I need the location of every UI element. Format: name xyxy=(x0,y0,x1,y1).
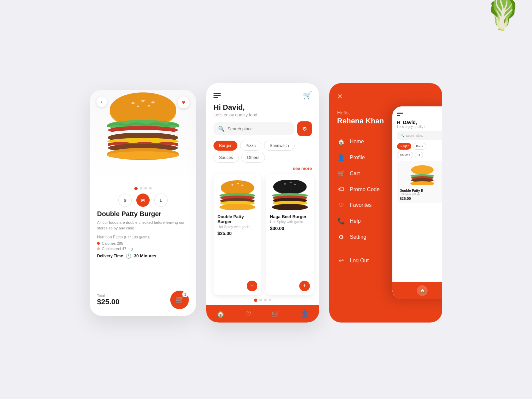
svg-point-18 xyxy=(231,184,233,186)
svg-point-30 xyxy=(294,184,296,185)
food-image-2 xyxy=(270,178,310,211)
product-description: All our foods are double checked before … xyxy=(97,220,189,231)
size-large[interactable]: L xyxy=(154,194,168,207)
menu-item-profile[interactable]: 👤 Profile xyxy=(337,151,394,165)
cholesterol-item: Cholesterol 47 mg xyxy=(97,247,189,251)
greeting-section: Hi David, Let's enjoy quality food xyxy=(206,103,319,121)
s2-header: 🛒 xyxy=(206,83,319,103)
screens-container: ‹ ♥ xyxy=(0,0,532,399)
greeting-main: Hi David, xyxy=(213,103,312,112)
svg-point-4 xyxy=(151,101,155,103)
menu-hello: Hello, xyxy=(337,110,394,115)
screen3-side-menu: ✕ Hello, Rehena Khan 🏠 Home 👤 Profile 🛒 … xyxy=(329,83,442,323)
inner-phone-preview: Hi David, Let's enjoy quality f 🔍 Search… xyxy=(392,106,442,299)
add-to-cart-button[interactable]: 🛒 1 xyxy=(170,291,189,309)
promo-menu-label: Promo Code xyxy=(350,187,380,193)
burger-svg xyxy=(100,90,186,163)
nav-profile-button[interactable]: 👤 xyxy=(301,310,309,318)
svg-point-6 xyxy=(148,105,150,107)
dot-4 xyxy=(149,187,152,190)
filter-button[interactable]: ⚙ xyxy=(297,121,312,136)
size-medium[interactable]: M xyxy=(136,194,150,207)
svg-point-27 xyxy=(273,180,307,194)
inner-greeting-main: Hi David, xyxy=(397,120,442,125)
logout-menu-label: Log Out xyxy=(350,258,369,264)
search-icon: 🔍 xyxy=(218,126,225,132)
category-burger[interactable]: Burger xyxy=(213,141,237,151)
inner-search-text: Search place xyxy=(406,134,424,137)
cart-header-button[interactable]: 🛒 xyxy=(303,91,312,100)
category-sandwitch[interactable]: Sandwitch xyxy=(264,141,295,151)
dot-1 xyxy=(134,187,138,190)
nav-home-button[interactable]: 🏠 xyxy=(216,310,225,318)
food-grid: Double Patty Burger Hot Spicy with garli… xyxy=(206,174,319,295)
home-menu-icon: 🏠 xyxy=(337,138,345,145)
back-button[interactable]: ‹ xyxy=(96,96,107,107)
total-section: Total $25.00 xyxy=(97,294,119,306)
close-menu-button[interactable]: ✕ xyxy=(337,92,347,100)
dot-2 xyxy=(140,187,142,190)
inner-home-button: 🏠 xyxy=(417,285,428,296)
menu-item-home[interactable]: 🏠 Home xyxy=(337,135,394,149)
cart-menu-label: Cart xyxy=(350,171,360,177)
menu-item-promo[interactable]: 🏷 Promo Code xyxy=(337,183,394,196)
search-input[interactable] xyxy=(227,126,289,131)
page-dots xyxy=(206,295,319,305)
inner-food-image xyxy=(400,164,442,187)
delivery-label: Delivery Time xyxy=(97,254,123,258)
menu-toggle-button[interactable] xyxy=(213,93,221,98)
bottom-navigation: 🏠 ♡ 🛒 👤 xyxy=(206,305,319,323)
inner-bottom-nav: 🏠 xyxy=(392,282,442,299)
logout-menu-icon: ↩ xyxy=(337,257,345,264)
inner-chip-sauces: Sauces xyxy=(397,152,413,158)
menu-item-help[interactable]: 📞 Help xyxy=(337,214,394,228)
page-dot-4 xyxy=(269,299,271,301)
category-others[interactable]: Others xyxy=(241,153,265,163)
inner-hamburger xyxy=(397,112,442,116)
inner-header xyxy=(392,106,442,118)
food-card-1: Double Patty Burger Hot Spicy with garli… xyxy=(213,174,261,295)
favorite-button[interactable]: ♥ xyxy=(178,96,190,108)
category-pizza[interactable]: Pizza xyxy=(240,141,262,151)
menu-divider xyxy=(337,249,394,249)
menu-item-setting[interactable]: ⚙ Setting xyxy=(337,230,394,244)
inner-chip-o: O xyxy=(415,152,423,158)
search-section: 🔍 ⚙ xyxy=(206,121,319,141)
delivery-time: 30 Minutes xyxy=(134,253,156,258)
inner-food-name: Double Patty B xyxy=(400,189,442,193)
add-food-2-button[interactable]: + xyxy=(299,281,310,291)
favorites-menu-label: Favorites xyxy=(350,202,372,208)
svg-point-36 xyxy=(411,165,434,175)
add-food-1-button[interactable]: + xyxy=(247,281,257,291)
menu-item-favorites[interactable]: ♡ Favorites xyxy=(337,198,394,212)
nutrition-label: Nutrition Facts (Per 100 grams) xyxy=(97,235,189,239)
setting-menu-label: Setting xyxy=(350,234,366,240)
screen1-product-detail: ‹ ♥ xyxy=(90,90,196,316)
food-name-2: Naga Beef Burger xyxy=(270,214,310,219)
see-more-link[interactable]: see more xyxy=(293,166,312,171)
menu-username: Rehena Khan xyxy=(337,117,394,125)
menu-items-list: 🏠 Home 👤 Profile 🛒 Cart 🏷 Promo Code ♡ xyxy=(337,135,394,313)
search-box[interactable]: 🔍 xyxy=(213,122,294,135)
inner-greeting-sub: Let's enjoy quality f xyxy=(397,125,442,129)
nav-favorites-button[interactable]: ♡ xyxy=(245,310,251,318)
size-small[interactable]: S xyxy=(118,194,132,207)
inner-categories: Burger Pizza xyxy=(392,143,442,152)
dot-3 xyxy=(144,187,147,190)
categories-row2: Sauces Others xyxy=(206,153,319,165)
see-more-section: see more xyxy=(206,165,319,174)
profile-menu-label: Profile xyxy=(350,155,365,161)
menu-item-cart[interactable]: 🛒 Cart xyxy=(337,167,394,181)
total-price: $25.00 xyxy=(97,298,119,306)
nav-cart-button[interactable]: 🛒 xyxy=(272,310,280,318)
favorites-menu-icon: ♡ xyxy=(337,201,345,209)
menu-panel: ✕ Hello, Rehena Khan 🏠 Home 👤 Profile 🛒 … xyxy=(329,83,402,323)
inner-home-icon: 🏠 xyxy=(420,288,425,293)
category-sauces[interactable]: Sauces xyxy=(213,153,239,163)
page-dot-3 xyxy=(264,299,267,301)
categories-section: Burger Pizza Sandwitch xyxy=(206,141,319,153)
menu-item-logout[interactable]: ↩ Log Out xyxy=(337,254,394,268)
page-dot-1 xyxy=(254,299,257,302)
calories-item: Calories 295 xyxy=(97,241,189,245)
cart-menu-icon: 🛒 xyxy=(337,170,345,177)
